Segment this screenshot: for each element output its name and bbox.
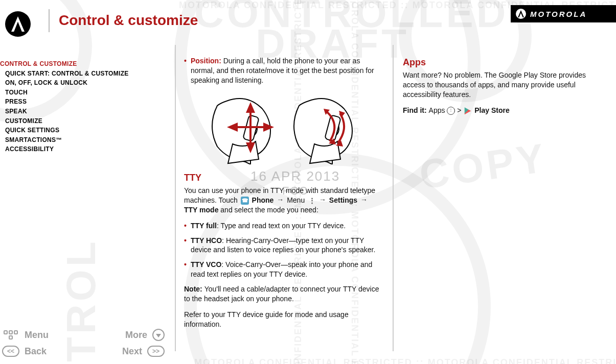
motorola-batwing-icon <box>516 9 526 19</box>
bullet-dot-icon: • <box>184 56 187 85</box>
menu-button[interactable]: Menu <box>2 329 49 341</box>
tty-intro-b: and select the mode you need: <box>220 206 318 214</box>
sidebar-nav: Control & Customize Quick start: Control… <box>0 59 153 154</box>
tty-vco-text: TTY VCO: Voice-Carry-Over—speak into you… <box>191 260 383 279</box>
settings-label: Settings <box>329 196 357 204</box>
more-dropdown-icon <box>152 329 165 341</box>
brand-bar: MOTOROLA <box>511 5 616 22</box>
tty-heading: TTY <box>184 172 383 184</box>
back-chevron-icon: << <box>2 346 19 357</box>
findit-apps: Apps <box>429 106 447 114</box>
sidebar-item-smartactions[interactable]: SmartActions™ <box>0 135 153 145</box>
phone-label: Phone <box>252 196 274 204</box>
phone-position-illustration <box>197 90 371 164</box>
note-body: You'll need a cable/adapter to connect y… <box>184 285 379 303</box>
findit-line: Find it: Apps > Play Store <box>403 106 605 115</box>
play-store-icon <box>464 107 471 114</box>
tty-hco-bullet: • TTY HCO: Hearing-Carry-Over—type text … <box>184 236 383 255</box>
tty-full-label: TTY full <box>191 222 217 230</box>
menu-overflow-icon: ⋮ <box>308 200 315 202</box>
phone-app-icon: ☎ <box>241 197 249 205</box>
sidebar-item-speak[interactable]: Speak <box>0 107 153 116</box>
more-label: More <box>125 330 147 341</box>
menu-grid-icon <box>2 329 19 341</box>
bullet-dot-icon: • <box>184 221 187 231</box>
sidebar-item-press[interactable]: Press <box>0 97 153 107</box>
sidebar-item-control-customize[interactable]: Control & Customize <box>0 59 153 69</box>
arrow-2: → <box>319 195 326 205</box>
position-text: Position: During a call, hold the phone … <box>191 56 383 85</box>
content-column-2: Apps Want more? No problem. The Google P… <box>403 56 605 122</box>
tty-hco-text: TTY HCO: Hearing-Carry-Over—type text on… <box>191 236 383 255</box>
more-button[interactable]: More <box>125 329 165 341</box>
watermark-controlled: CONTROLLED <box>194 0 509 37</box>
tty-full-text: TTY full: Type and read text on your TTY… <box>191 221 346 231</box>
apps-heading: Apps <box>403 56 605 68</box>
bullet-dot-icon: • <box>184 260 187 279</box>
bottom-nav: Menu More << Back Next >> <box>2 327 165 359</box>
column-divider-2 <box>393 45 394 351</box>
back-button[interactable]: << Back <box>2 346 47 357</box>
tty-vco-bullet: • TTY VCO: Voice-Carry-Over—speak into y… <box>184 260 383 279</box>
arrow-3: → <box>360 195 368 205</box>
column-divider-1 <box>175 45 176 351</box>
playstore-label: Play Store <box>474 106 509 114</box>
findit-gt: > <box>457 106 461 114</box>
watermark-text-6: MOTOROLA CONFIDENTIAL RESTRICTED :: MOTO… <box>194 357 616 364</box>
tty-hco-label: TTY HCO <box>191 236 222 245</box>
tty-full-bullet: • TTY full: Type and read text on your T… <box>184 221 383 231</box>
next-label: Next <box>122 346 142 357</box>
motorola-logo-icon <box>5 11 31 37</box>
apps-grid-icon <box>447 107 455 115</box>
back-label: Back <box>25 346 47 357</box>
title-divider <box>49 9 50 32</box>
sidebar-item-on-off-lock[interactable]: On, off, lock & unlock <box>0 78 153 88</box>
arrow-1: → <box>277 195 284 205</box>
tty-note: Note: You'll need a cable/adapter to con… <box>184 284 383 304</box>
position-bullet: • Position: During a call, hold the phon… <box>184 56 383 85</box>
tty-full-body: : Type and read text on your TTY device. <box>217 222 346 230</box>
tty-refer: Refer to your TTY device guide for mode … <box>184 310 383 329</box>
next-chevron-icon: >> <box>147 346 165 357</box>
menu-label: Menu <box>25 330 49 341</box>
watermark-copy: COPY <box>417 134 550 199</box>
sidebar-item-accessibility[interactable]: Accessibility <box>0 144 153 154</box>
page-title: Control & customize <box>59 12 198 29</box>
tty-vco-label: TTY VCO <box>191 260 221 269</box>
apps-text: Want more? No problem. The Google Play S… <box>403 70 605 100</box>
content-column-1: • Position: During a call, hold the phon… <box>184 56 383 335</box>
findit-label: Find it: <box>403 106 429 114</box>
tty-mode-label: TTY mode <box>184 206 218 214</box>
sidebar-item-quick-start[interactable]: Quick start: Control & customize <box>0 69 153 79</box>
tty-intro: You can use your phone in TTY mode with … <box>184 186 383 215</box>
note-label: Note: <box>184 285 204 293</box>
next-button[interactable]: Next >> <box>122 346 165 357</box>
position-label: Position: <box>191 57 221 65</box>
brand-name: MOTOROLA <box>530 10 587 18</box>
sidebar-item-customize[interactable]: Customize <box>0 116 153 126</box>
sidebar-item-touch[interactable]: Touch <box>0 88 153 98</box>
bullet-dot-icon: • <box>184 236 187 255</box>
sidebar-item-quick-settings[interactable]: Quick settings <box>0 126 153 135</box>
menu-word: Menu <box>287 196 307 204</box>
